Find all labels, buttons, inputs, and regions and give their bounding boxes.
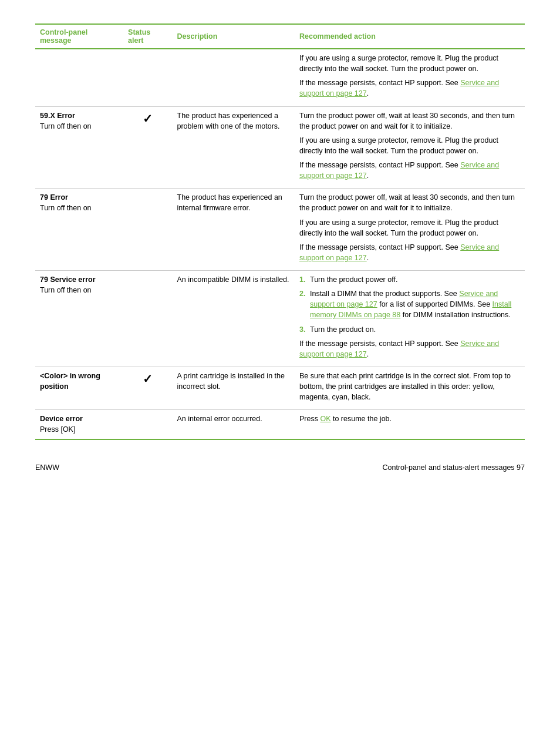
cell-message: <Color> in wrong position bbox=[35, 367, 123, 409]
cell-action: If you are using a surge protector, remo… bbox=[295, 49, 525, 106]
action-paragraph: If the message persists, contact HP supp… bbox=[299, 160, 520, 181]
action-paragraph: If you are using a surge protector, remo… bbox=[299, 217, 520, 238]
message-title: <Color> in wrong position bbox=[40, 371, 119, 392]
hyperlink[interactable]: Service and support on page 127 bbox=[299, 79, 499, 98]
list-text: Install a DIMM that the product supports… bbox=[310, 288, 520, 320]
cell-description: The product has experienced an internal … bbox=[173, 189, 295, 271]
message-title: 59.X Error bbox=[40, 110, 119, 121]
list-item: 3.Turn the product on. bbox=[299, 324, 520, 335]
footer-left: ENWW bbox=[35, 463, 59, 472]
action-paragraph: Turn the product power off, wait at leas… bbox=[299, 110, 520, 132]
action-after: If the message persists, contact HP supp… bbox=[299, 338, 520, 359]
cell-message: 79 ErrorTurn off then on bbox=[35, 189, 123, 271]
cell-action: Turn the product power off, wait at leas… bbox=[295, 106, 525, 189]
table-row: <Color> in wrong position✓A print cartri… bbox=[35, 367, 525, 409]
cell-description: An internal error occurred. bbox=[173, 410, 295, 439]
cell-action: Be sure that each print cartridge is in … bbox=[295, 367, 525, 409]
list-text: Turn the product power off. bbox=[310, 274, 397, 285]
page-container: Control-panel message Status alert Descr… bbox=[0, 0, 560, 507]
header-status: Status alert bbox=[123, 24, 172, 49]
table-row: If you are using a surge protector, remo… bbox=[35, 49, 525, 106]
action-paragraph: Be sure that each print cartridge is in … bbox=[299, 371, 520, 402]
message-subtitle: Turn off then on bbox=[40, 285, 119, 295]
table-header: Control-panel message Status alert Descr… bbox=[35, 24, 525, 49]
status-checkmark: ✓ bbox=[143, 112, 153, 125]
cell-status bbox=[123, 189, 172, 271]
main-table: Control-panel message Status alert Descr… bbox=[35, 23, 525, 440]
header-action: Recommended action bbox=[295, 24, 525, 49]
message-title: 79 Error bbox=[40, 192, 119, 203]
header-description: Description bbox=[173, 24, 295, 49]
cell-action: 1.Turn the product power off.2.Install a… bbox=[295, 271, 525, 367]
cell-message: 79 Service errorTurn off then on bbox=[35, 271, 123, 367]
cell-status bbox=[123, 49, 172, 106]
cell-status bbox=[123, 271, 172, 367]
page-footer: ENWW Control-panel and status-alert mess… bbox=[35, 463, 525, 472]
message-subtitle: Press [OK] bbox=[40, 424, 119, 435]
list-item: 1.Turn the product power off. bbox=[299, 274, 520, 285]
list-number: 1. bbox=[299, 274, 308, 285]
action-paragraph: If the message persists, contact HP supp… bbox=[299, 242, 520, 263]
cell-action: Turn the product power off, wait at leas… bbox=[295, 189, 525, 271]
list-item: 2.Install a DIMM that the product suppor… bbox=[299, 288, 520, 320]
status-checkmark: ✓ bbox=[143, 372, 153, 385]
action-paragraph: If the message persists, contact HP supp… bbox=[299, 78, 520, 99]
cell-description bbox=[173, 49, 295, 106]
table-row: Device errorPress [OK]An internal error … bbox=[35, 410, 525, 439]
action-paragraph: Turn the product power off, wait at leas… bbox=[299, 192, 520, 213]
message-subtitle: Turn off then on bbox=[40, 203, 119, 213]
hyperlink[interactable]: Service and support on page 127 bbox=[299, 340, 499, 358]
cell-description: A print cartridge is installed in the in… bbox=[173, 367, 295, 409]
list-number: 2. bbox=[299, 288, 308, 320]
header-message: Control-panel message bbox=[35, 24, 123, 49]
hyperlink[interactable]: Service and support on page 127 bbox=[299, 243, 499, 262]
cell-message: 59.X ErrorTurn off then on bbox=[35, 106, 123, 189]
cell-status: ✓ bbox=[123, 106, 172, 189]
message-title: 79 Service error bbox=[40, 274, 119, 285]
cell-status: ✓ bbox=[123, 367, 172, 409]
list-number: 3. bbox=[299, 324, 308, 335]
action-paragraph: If you are using a surge protector, remo… bbox=[299, 135, 520, 156]
action-paragraph: If you are using a surge protector, remo… bbox=[299, 53, 520, 74]
cell-description: The product has experienced a problem wi… bbox=[173, 106, 295, 189]
message-title: Device error bbox=[40, 414, 119, 424]
table-row: 59.X ErrorTurn off then on✓The product h… bbox=[35, 106, 525, 189]
table-row: 79 ErrorTurn off then onThe product has … bbox=[35, 189, 525, 271]
message-subtitle: Turn off then on bbox=[40, 121, 119, 132]
cell-description: An incompatible DIMM is installed. bbox=[173, 271, 295, 367]
ok-link[interactable]: OK bbox=[320, 415, 330, 423]
action-list: 1.Turn the product power off.2.Install a… bbox=[299, 274, 520, 335]
cell-status bbox=[123, 410, 172, 439]
cell-message bbox=[35, 49, 123, 106]
list-text: Turn the product on. bbox=[310, 324, 376, 335]
cell-action: Press OK to resume the job. bbox=[295, 410, 525, 439]
footer-right: Control-panel and status-alert messages … bbox=[383, 463, 525, 472]
table-row: 79 Service errorTurn off then onAn incom… bbox=[35, 271, 525, 367]
hyperlink[interactable]: Service and support on page 127 bbox=[299, 161, 499, 180]
action-inline: Press OK to resume the job. bbox=[299, 414, 520, 424]
hyperlink[interactable]: Service and support on page 127 bbox=[310, 290, 498, 308]
cell-message: Device errorPress [OK] bbox=[35, 410, 123, 439]
